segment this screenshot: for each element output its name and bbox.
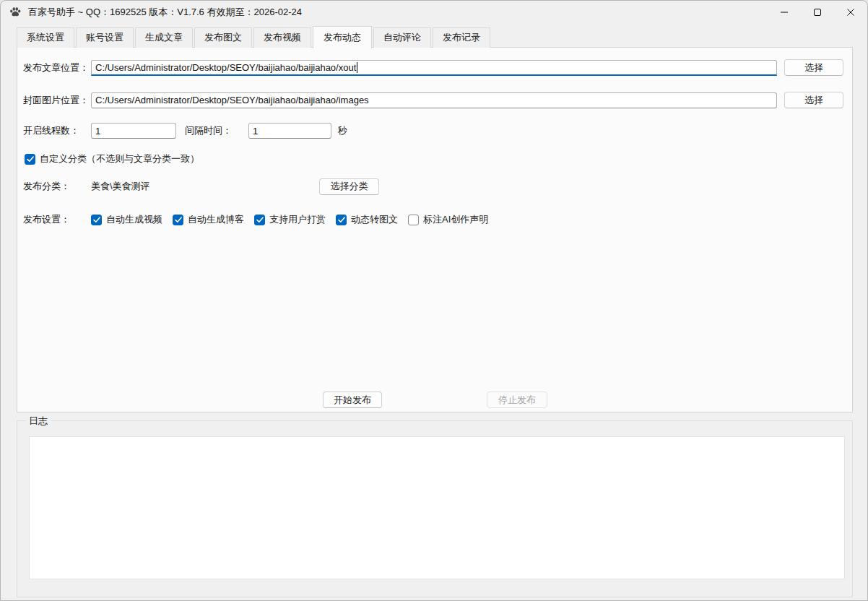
paw-icon [8, 5, 22, 20]
log-title: 日志 [26, 415, 51, 428]
maximize-icon [813, 8, 822, 17]
start-publish-button[interactable]: 开始发布 [323, 392, 382, 408]
app-window: 百家号助手 ~ QQ：1692525 版本：V1.7.6 有效期至：2026-0… [0, 0, 868, 601]
threads-value: 1 [95, 126, 100, 137]
log-output[interactable] [29, 436, 845, 579]
auto-video-checkbox[interactable]: 自动生成视频 [91, 213, 162, 226]
checkbox-checked-icon [336, 215, 347, 225]
threads-input[interactable]: 1 [91, 123, 176, 139]
tab-auto-comment[interactable]: 自动评论 [373, 27, 431, 48]
ai-declaration-label: 标注AI创作声明 [423, 213, 488, 226]
user-reward-label: 支持用户打赏 [269, 213, 326, 226]
text-caret [357, 62, 357, 73]
article-path-value: C:/Users/Administrator/Desktop/SEOY/baij… [95, 62, 356, 73]
article-path-label: 发布文章位置： [23, 61, 91, 74]
close-icon [846, 8, 855, 17]
interval-label: 间隔时间： [185, 124, 243, 137]
tab-system-settings[interactable]: 系统设置 [17, 27, 74, 48]
log-groupbox: 日志 [17, 420, 853, 597]
custom-category-label: 自定义分类（不选则与文章分类一致） [40, 152, 199, 165]
tab-publish-article[interactable]: 发布图文 [194, 27, 252, 48]
interval-input[interactable]: 1 [248, 123, 331, 139]
cover-path-value: C:/Users/Administrator/Desktop/SEOY/baij… [95, 95, 369, 105]
tab-publish-record[interactable]: 发布记录 [433, 27, 490, 48]
tab-generate-article[interactable]: 生成文章 [135, 27, 193, 48]
auto-blog-label: 自动生成博客 [188, 213, 244, 226]
publish-category-label: 发布分类： [23, 180, 91, 193]
minimize-button[interactable] [768, 1, 801, 24]
maximize-button[interactable] [801, 1, 834, 24]
close-button[interactable] [834, 1, 867, 24]
tab-account-settings[interactable]: 账号设置 [76, 27, 134, 48]
auto-video-label: 自动生成视频 [106, 213, 162, 226]
checkbox-checked-icon [254, 215, 265, 225]
dynamic-to-article-checkbox[interactable]: 动态转图文 [336, 213, 398, 226]
tab-bar: 系统设置 账号设置 生成文章 发布图文 发布视频 发布动态 自动评论 发布记录 [17, 30, 492, 48]
checkbox-unchecked-icon [408, 215, 419, 225]
stop-publish-button[interactable]: 停止发布 [487, 392, 547, 408]
select-category-button[interactable]: 选择分类 [319, 178, 379, 195]
checkbox-checked-icon [91, 215, 102, 225]
title-bar[interactable]: 百家号助手 ~ QQ：1692525 版本：V1.7.6 有效期至：2026-0… [1, 1, 867, 24]
cover-path-select-button[interactable]: 选择 [784, 92, 843, 108]
cover-path-input[interactable]: C:/Users/Administrator/Desktop/SEOY/baij… [91, 92, 777, 108]
user-reward-checkbox[interactable]: 支持用户打赏 [254, 213, 326, 226]
tab-publish-dynamic[interactable]: 发布动态 [313, 26, 372, 48]
minimize-icon [780, 8, 789, 17]
article-path-select-button[interactable]: 选择 [784, 59, 843, 76]
auto-blog-checkbox[interactable]: 自动生成博客 [173, 213, 244, 226]
interval-unit-label: 秒 [338, 124, 347, 137]
custom-category-checkbox[interactable]: 自定义分类（不选则与文章分类一致） [25, 152, 199, 165]
cover-path-label: 封面图片位置： [23, 94, 91, 107]
tab-publish-video[interactable]: 发布视频 [253, 27, 311, 48]
publish-dynamic-panel: 发布文章位置： C:/Users/Administrator/Desktop/S… [17, 47, 853, 412]
interval-value: 1 [253, 126, 258, 137]
publish-settings-label: 发布设置： [23, 213, 91, 226]
ai-declaration-checkbox[interactable]: 标注AI创作声明 [408, 213, 488, 226]
threads-label: 开启线程数： [23, 124, 91, 137]
publish-category-value: 美食\美食测评 [91, 180, 150, 193]
window-title: 百家号助手 ~ QQ：1692525 版本：V1.7.6 有效期至：2026-0… [28, 6, 302, 19]
article-path-input[interactable]: C:/Users/Administrator/Desktop/SEOY/baij… [91, 60, 777, 76]
checkbox-checked-icon [173, 215, 183, 225]
checkbox-checked-icon [25, 154, 35, 165]
dynamic-to-article-label: 动态转图文 [351, 213, 398, 226]
